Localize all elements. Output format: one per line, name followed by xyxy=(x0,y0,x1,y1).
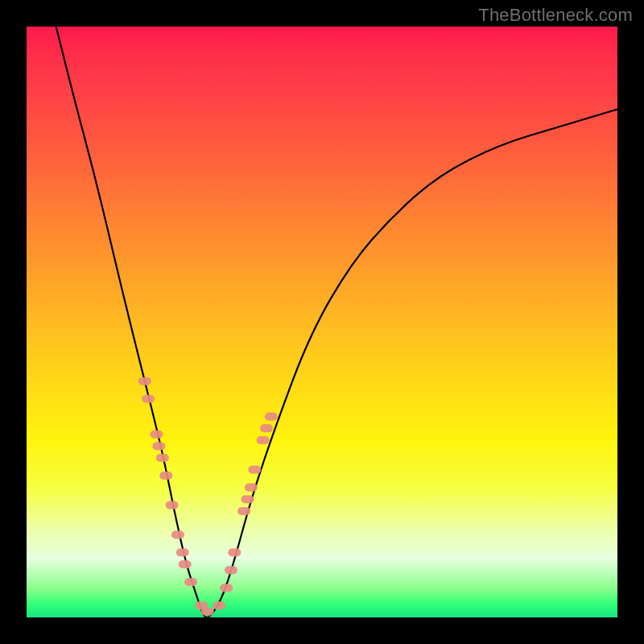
data-marker xyxy=(257,436,270,444)
curve-layer xyxy=(56,27,617,617)
chart-frame: TheBottleneck.com xyxy=(0,0,644,644)
data-marker xyxy=(220,584,233,592)
data-marker xyxy=(201,608,214,616)
watermark-text: TheBottleneck.com xyxy=(478,5,633,26)
data-marker xyxy=(176,548,189,556)
data-marker xyxy=(237,507,250,515)
data-marker xyxy=(265,412,278,420)
data-marker xyxy=(245,484,258,492)
data-marker xyxy=(156,454,169,462)
data-marker xyxy=(228,548,241,556)
data-marker xyxy=(150,430,163,438)
data-marker xyxy=(225,566,237,574)
data-marker xyxy=(159,472,172,480)
data-marker xyxy=(242,495,254,503)
data-marker xyxy=(171,530,184,539)
plot-area xyxy=(27,27,617,617)
data-marker xyxy=(166,502,179,510)
chart-svg xyxy=(27,27,617,617)
data-marker xyxy=(152,442,165,450)
data-marker xyxy=(142,394,155,402)
bottleneck-curve-path xyxy=(56,27,617,617)
data-marker xyxy=(184,578,197,586)
data-marker xyxy=(138,377,151,385)
marker-layer xyxy=(138,377,278,615)
data-marker xyxy=(213,601,225,609)
data-marker xyxy=(248,466,261,474)
data-marker xyxy=(179,560,192,568)
data-marker xyxy=(260,424,273,432)
